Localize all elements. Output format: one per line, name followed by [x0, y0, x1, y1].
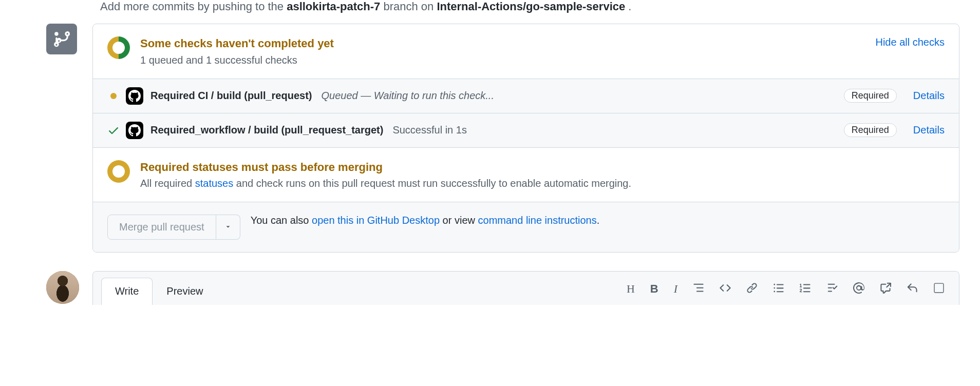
tab-preview[interactable]: Preview: [153, 278, 217, 305]
checks-summary-subtitle: 1 queued and 1 successful checks: [140, 54, 867, 66]
check-details-link[interactable]: Details: [913, 90, 945, 102]
push-hint-repo: Internal-Actions/go-sample-service: [437, 0, 625, 13]
github-actions-icon: [126, 122, 143, 139]
status-donut-pending-icon: [107, 160, 130, 183]
code-icon: [720, 282, 731, 295]
statuses-link[interactable]: statuses: [195, 178, 233, 189]
task-list-button[interactable]: [824, 280, 840, 297]
push-hint-suffix: .: [628, 0, 631, 13]
required-badge: Required: [844, 89, 897, 103]
comment-tabs: Write Preview H B I: [93, 272, 959, 305]
required-badge: Required: [844, 123, 897, 137]
open-github-desktop-link[interactable]: open this in GitHub Desktop: [312, 215, 440, 226]
caret-down-icon: [224, 221, 232, 233]
check-details-link[interactable]: Details: [913, 124, 945, 136]
italic-icon: I: [674, 282, 677, 296]
check-status: Queued — Waiting to run this check...: [321, 90, 835, 102]
unordered-list-button[interactable]: [771, 280, 786, 297]
push-hint: Add more commits by pushing to the asllo…: [100, 0, 959, 13]
merge-pull-request-button[interactable]: Merge pull request: [107, 215, 216, 240]
bold-button[interactable]: B: [648, 280, 661, 298]
status-donut-partial-icon: [107, 36, 130, 59]
link-button[interactable]: [744, 280, 760, 297]
reply-button[interactable]: [904, 280, 920, 297]
status-pending-icon: [110, 93, 117, 99]
push-hint-branch: asllokirta-patch-7: [287, 0, 380, 13]
fullscreen-button[interactable]: [931, 280, 947, 297]
mention-button[interactable]: [851, 280, 866, 297]
required-statuses-title: Required statuses must pass before mergi…: [140, 160, 945, 175]
list-ordered-icon: [800, 282, 811, 295]
github-actions-icon: [126, 87, 143, 105]
link-icon: [746, 282, 758, 295]
check-status: Successful in 1s: [392, 124, 835, 136]
heading-icon: H: [627, 282, 635, 296]
status-success-icon: [107, 124, 120, 137]
tasklist-icon: [826, 282, 838, 295]
merge-hint-suffix: .: [597, 215, 600, 226]
diff-expand-icon: [933, 282, 945, 295]
check-row: Required_workflow / build (pull_request_…: [93, 113, 959, 147]
checks-summary-title: Some checks haven't completed yet: [140, 36, 867, 51]
merge-footer: Merge pull request You can also open thi…: [93, 202, 959, 252]
reply-icon: [907, 282, 918, 295]
merge-hint-prefix: You can also: [251, 215, 312, 226]
checks-summary-section: Some checks haven't completed yet 1 queu…: [93, 24, 959, 79]
list-unordered-icon: [773, 282, 784, 295]
command-line-instructions-link[interactable]: command line instructions: [478, 215, 597, 226]
merge-dropdown-button[interactable]: [216, 215, 240, 240]
mention-icon: [853, 282, 864, 295]
check-name: Required_workflow / build (pull_request_…: [150, 124, 383, 136]
git-merge-icon: [46, 24, 77, 54]
code-button[interactable]: [718, 280, 733, 297]
req-sub-prefix: All required: [140, 178, 195, 189]
required-statuses-subtitle: All required statuses and check runs on …: [140, 178, 945, 189]
merge-status-box: Some checks haven't completed yet 1 queu…: [92, 24, 959, 253]
quote-icon: [693, 282, 704, 295]
cross-reference-icon: [880, 282, 891, 295]
comment-toolbar: H B I: [625, 280, 951, 303]
quote-button[interactable]: [691, 280, 706, 297]
required-statuses-section: Required statuses must pass before mergi…: [93, 147, 959, 202]
merge-button-group: Merge pull request: [107, 215, 240, 240]
push-hint-prefix: Add more commits by pushing to the: [100, 0, 287, 13]
comment-box: Write Preview H B I: [92, 271, 959, 305]
heading-button[interactable]: H: [625, 280, 637, 298]
tab-write[interactable]: Write: [101, 278, 153, 305]
req-sub-suffix: and check runs on this pull request must…: [233, 178, 631, 189]
italic-button[interactable]: I: [672, 280, 680, 298]
merge-hint: You can also open this in GitHub Desktop…: [251, 215, 600, 226]
bold-icon: B: [650, 282, 658, 296]
push-hint-mid: branch on: [383, 0, 437, 13]
check-name: Required CI / build (pull_request): [150, 90, 312, 102]
ordered-list-button[interactable]: [798, 280, 813, 297]
check-row: Required CI / build (pull_request) Queue…: [93, 79, 959, 113]
hide-all-checks-link[interactable]: Hide all checks: [875, 36, 945, 48]
merge-hint-mid: or view: [440, 215, 478, 226]
user-avatar[interactable]: [46, 271, 79, 304]
cross-reference-button[interactable]: [878, 280, 893, 297]
checks-list: Required CI / build (pull_request) Queue…: [93, 79, 959, 147]
